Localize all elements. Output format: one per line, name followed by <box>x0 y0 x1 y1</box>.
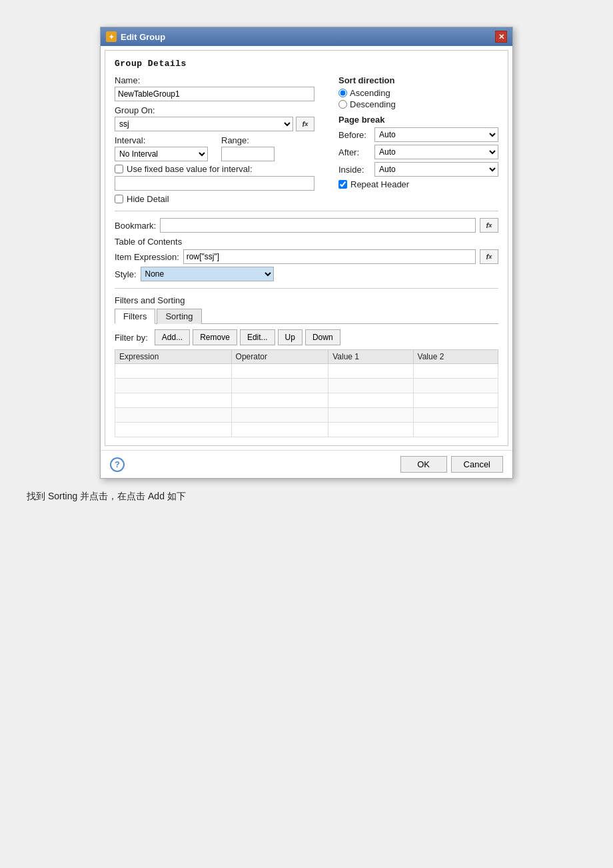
repeat-header-row: Repeat Header <box>338 179 498 189</box>
toc-section: Table of Contents Item Expression: fx St… <box>115 237 498 281</box>
dialog-body: Group Details Name: Group On: ssj fx Int… <box>105 50 508 446</box>
before-select[interactable]: Auto <box>374 127 498 142</box>
col-expression: Expression <box>115 350 232 364</box>
interval-select[interactable]: No Interval <box>115 147 208 161</box>
name-input[interactable] <box>115 87 314 101</box>
table-row <box>115 393 498 408</box>
cancel-button[interactable]: Cancel <box>451 456 503 473</box>
item-expression-fx-button[interactable]: fx <box>480 249 498 264</box>
section-header: Group Details <box>115 59 498 69</box>
filter-table: Expression Operator Value 1 Value 2 <box>115 349 498 437</box>
titlebar-left: ✦ Edit Group <box>106 31 165 42</box>
bookmark-row: Bookmark: fx <box>115 218 498 233</box>
bookmark-fx-button[interactable]: fx <box>480 218 498 233</box>
left-col: Name: Group On: ssj fx Interval: No Inte… <box>115 75 314 204</box>
fixed-value-input[interactable] <box>115 176 314 191</box>
repeat-header-checkbox[interactable] <box>338 180 347 189</box>
ok-button[interactable]: OK <box>400 456 447 473</box>
page-break-label: Page break <box>338 115 498 125</box>
divider-2 <box>115 288 498 289</box>
use-fixed-label: Use fixed base value for interval: <box>127 164 253 174</box>
filter-toolbar: Filter by: Add... Remove Edit... Up Down <box>115 329 498 345</box>
after-select[interactable]: Auto <box>374 145 498 159</box>
group-on-row: ssj fx <box>115 117 314 131</box>
close-button[interactable]: ✕ <box>495 31 507 43</box>
name-label: Name: <box>115 75 314 85</box>
descending-row: Descending <box>338 99 498 109</box>
app-icon: ✦ <box>106 31 117 42</box>
table-row <box>115 364 498 379</box>
remove-button[interactable]: Remove <box>193 329 237 345</box>
title-bar: ✦ Edit Group ✕ <box>101 27 512 46</box>
up-button[interactable]: Up <box>278 329 303 345</box>
style-select[interactable]: None <box>141 267 274 281</box>
name-sort-row: Name: Group On: ssj fx Interval: No Inte… <box>115 75 498 204</box>
hide-detail-row: Hide Detail <box>115 194 314 204</box>
ascending-label: Ascending <box>350 88 390 98</box>
ascending-radio[interactable] <box>338 89 347 97</box>
tab-bar: Filters Sorting <box>115 308 498 324</box>
group-on-select[interactable]: ssj <box>115 117 293 131</box>
dialog-title: Edit Group <box>121 32 165 42</box>
hide-detail-checkbox[interactable] <box>115 195 123 203</box>
style-label: Style: <box>115 269 137 279</box>
range-input[interactable] <box>221 147 275 161</box>
page-break-section: Page break Before: Auto After: Auto <box>338 115 498 189</box>
add-button[interactable]: Add... <box>155 329 190 345</box>
interval-row: Interval: No Interval Range: <box>115 135 314 161</box>
instruction-text: 找到 Sorting 并点击，在点击 Add 如下 <box>27 491 586 503</box>
edit-group-dialog: ✦ Edit Group ✕ Group Details Name: Group… <box>100 27 513 479</box>
table-row <box>115 408 498 423</box>
col-value1: Value 1 <box>328 350 413 364</box>
interval-col: Interval: No Interval <box>115 135 208 161</box>
toc-label: Table of Contents <box>115 237 498 247</box>
before-label: Before: <box>338 130 370 140</box>
descending-radio[interactable] <box>338 100 347 109</box>
after-row: After: Auto <box>338 145 498 159</box>
tab-filters[interactable]: Filters <box>115 309 155 324</box>
inside-row: Inside: Auto <box>338 162 498 177</box>
after-label: After: <box>338 147 370 157</box>
divider-1 <box>115 211 498 211</box>
descending-label: Descending <box>350 99 396 109</box>
range-label: Range: <box>221 135 275 145</box>
dialog-footer: ? OK Cancel <box>101 450 512 478</box>
tab-sorting[interactable]: Sorting <box>157 309 201 324</box>
item-expression-row: Item Expression: fx <box>115 249 498 264</box>
ascending-row: Ascending <box>338 88 498 98</box>
inside-select[interactable]: Auto <box>374 162 498 177</box>
filters-sorting-label: Filters and Sorting <box>115 295 498 305</box>
group-on-label: Group On: <box>115 105 314 115</box>
bookmark-label: Bookmark: <box>115 221 156 231</box>
right-col: Sort direction Ascending Descending Page… <box>338 75 498 204</box>
edit-button[interactable]: Edit... <box>240 329 275 345</box>
before-row: Before: Auto <box>338 127 498 142</box>
use-fixed-checkbox[interactable] <box>115 165 123 173</box>
table-row <box>115 379 498 393</box>
item-expression-input[interactable] <box>183 249 476 264</box>
filter-by-label: Filter by: <box>115 333 148 343</box>
sort-direction-group: Ascending Descending <box>338 88 498 109</box>
hide-detail-label: Hide Detail <box>127 194 169 204</box>
range-col: Range: <box>221 135 275 161</box>
col-value2: Value 2 <box>413 350 498 364</box>
group-on-fx-button[interactable]: fx <box>296 117 314 131</box>
down-button[interactable]: Down <box>305 329 340 345</box>
use-fixed-row: Use fixed base value for interval: <box>115 164 314 174</box>
item-expression-label: Item Expression: <box>115 252 179 262</box>
style-row: Style: None <box>115 267 498 281</box>
inside-label: Inside: <box>338 165 370 175</box>
interval-label: Interval: <box>115 135 208 145</box>
bookmark-input[interactable] <box>160 218 476 233</box>
help-button[interactable]: ? <box>110 457 125 472</box>
table-row <box>115 423 498 437</box>
col-operator: Operator <box>231 350 328 364</box>
footer-buttons: OK Cancel <box>400 456 503 473</box>
repeat-header-label: Repeat Header <box>350 179 409 189</box>
filters-sorting-section: Filters and Sorting Filters Sorting Filt… <box>115 295 498 437</box>
sort-direction-label: Sort direction <box>338 75 498 85</box>
